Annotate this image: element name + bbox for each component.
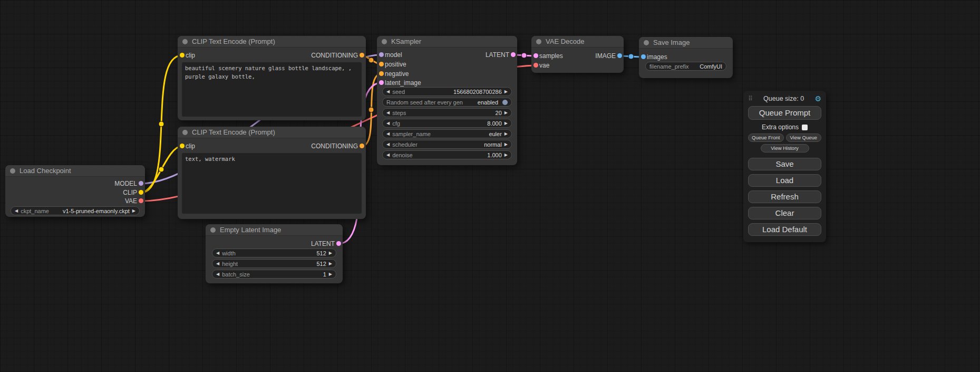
increment-arrow-icon[interactable]: ▶ <box>504 121 508 126</box>
collapse-dot[interactable] <box>644 40 649 45</box>
input-socket-vae[interactable] <box>533 63 538 68</box>
load-button[interactable]: Load <box>748 174 821 187</box>
wire-clip-positive <box>141 55 182 193</box>
negative-prompt-textarea[interactable]: text, watermark <box>182 153 362 214</box>
increment-arrow-icon[interactable]: ▶ <box>329 272 332 276</box>
node-ksampler[interactable]: KSampler model positive negative latent_… <box>377 36 517 165</box>
node-save-image[interactable]: Save Image images filename_prefix ComfyU… <box>639 37 733 78</box>
decrement-arrow-icon[interactable]: ◀ <box>216 262 219 266</box>
clear-button[interactable]: Clear <box>748 207 821 220</box>
height-widget[interactable]: ◀ height 512 ▶ <box>212 259 336 268</box>
increment-arrow-icon[interactable]: ▶ <box>504 111 508 115</box>
increment-arrow-icon[interactable]: ▶ <box>504 142 508 147</box>
decrement-arrow-icon[interactable]: ◀ <box>386 90 390 94</box>
seed-widget[interactable]: ◀ seed 156680208700286 ▶ <box>382 87 512 96</box>
output-socket-model[interactable] <box>139 181 143 186</box>
output-socket-latent[interactable] <box>336 241 341 246</box>
output-socket-latent[interactable] <box>511 52 516 57</box>
extra-options-checkbox[interactable] <box>802 125 808 130</box>
node-save-image-titlebar[interactable]: Save Image <box>639 37 733 49</box>
steps-widget[interactable]: ◀ steps 20 ▶ <box>382 108 512 117</box>
increment-arrow-icon[interactable]: ▶ <box>132 209 135 213</box>
increment-arrow-icon[interactable]: ▶ <box>504 90 508 94</box>
widget-label: filename_prefix <box>649 63 689 70</box>
increment-arrow-icon[interactable]: ▶ <box>504 132 508 136</box>
cfg-widget[interactable]: ◀ cfg 8.000 ▶ <box>382 119 512 128</box>
sampler-name-widget[interactable]: ◀ sampler_name euler ▶ <box>382 129 512 138</box>
node-clip-positive-titlebar[interactable]: CLIP Text Encode (Prompt) <box>178 36 366 47</box>
filename-prefix-widget[interactable]: filename_prefix ComfyUI <box>645 62 726 71</box>
node-clip-text-encode-negative[interactable]: CLIP Text Encode (Prompt) clip CONDITION… <box>178 127 366 219</box>
input-socket-samples[interactable] <box>533 53 538 58</box>
input-socket-clip[interactable] <box>180 144 185 148</box>
widget-label: steps <box>392 110 406 116</box>
ckpt-name-widget[interactable]: ◀ ckpt_name v1-5-pruned-emaonly.ckpt ▶ <box>11 206 140 215</box>
toggle-knob-icon[interactable] <box>502 100 508 105</box>
output-socket-conditioning[interactable] <box>360 53 364 58</box>
node-empty-latent-image[interactable]: Empty Latent Image LATENT ◀ width 512 ▶ … <box>206 224 343 283</box>
output-slot-conditioning: CONDITIONING <box>311 142 358 150</box>
output-socket-vae[interactable] <box>139 198 143 203</box>
output-socket-clip[interactable] <box>139 190 143 195</box>
decrement-arrow-icon[interactable]: ◀ <box>386 132 390 136</box>
settings-gear-icon[interactable]: ⚙ <box>814 94 821 103</box>
collapse-dot[interactable] <box>382 39 387 44</box>
wire-clip-negative <box>141 146 182 193</box>
view-queue-button[interactable]: View Queue <box>786 133 822 142</box>
node-load-checkpoint-titlebar[interactable]: Load Checkpoint <box>5 165 145 177</box>
collapse-dot[interactable] <box>182 130 188 135</box>
node-empty-latent-titlebar[interactable]: Empty Latent Image <box>206 224 343 236</box>
decrement-arrow-icon[interactable]: ◀ <box>216 251 219 255</box>
widget-value: 156680208700286 <box>453 89 502 95</box>
decrement-arrow-icon[interactable]: ◀ <box>386 142 390 147</box>
node-vae-decode-titlebar[interactable]: VAE Decode <box>531 36 624 47</box>
input-socket-negative[interactable] <box>379 71 384 76</box>
denoise-widget[interactable]: ◀ denoise 1.000 ▶ <box>382 150 512 159</box>
collapse-dot[interactable] <box>10 168 15 174</box>
widget-label: denoise <box>392 152 413 158</box>
node-load-checkpoint[interactable]: Load Checkpoint MODEL CLIP VAE ◀ ckpt_na… <box>5 165 145 217</box>
positive-prompt-textarea[interactable]: beautiful scenery nature glass bottle la… <box>182 62 362 117</box>
graph-canvas[interactable]: Load Checkpoint MODEL CLIP VAE ◀ ckpt_na… <box>0 0 980 372</box>
widget-value: v1-5-pruned-emaonly.ckpt <box>63 208 130 214</box>
input-socket-model[interactable] <box>379 52 384 57</box>
input-socket-clip[interactable] <box>180 53 185 58</box>
node-ksampler-titlebar[interactable]: KSampler <box>377 36 517 47</box>
input-socket-images[interactable] <box>641 54 646 59</box>
decrement-arrow-icon[interactable]: ◀ <box>216 272 219 276</box>
save-button[interactable]: Save <box>748 158 821 170</box>
view-history-button[interactable]: View History <box>761 144 809 152</box>
queue-front-button[interactable]: Queue Front <box>748 133 784 142</box>
increment-arrow-icon[interactable]: ▶ <box>329 251 332 255</box>
drag-handle-icon[interactable]: ⠿ <box>748 95 753 102</box>
output-socket-conditioning[interactable] <box>360 144 364 148</box>
input-slot-vae: vae <box>539 61 549 70</box>
node-vae-decode[interactable]: VAE Decode samples vae IMAGE <box>531 36 624 73</box>
collapse-dot[interactable] <box>536 39 541 44</box>
collapse-dot[interactable] <box>210 227 216 233</box>
slot-label: negative <box>385 70 409 78</box>
increment-arrow-icon[interactable]: ▶ <box>504 153 508 157</box>
scheduler-widget[interactable]: ◀ scheduler normal ▶ <box>382 140 512 149</box>
width-widget[interactable]: ◀ width 512 ▶ <box>212 249 336 257</box>
collapse-dot[interactable] <box>182 39 188 44</box>
input-socket-positive[interactable] <box>379 62 384 66</box>
node-clip-negative-titlebar[interactable]: CLIP Text Encode (Prompt) <box>178 127 366 138</box>
increment-arrow-icon[interactable]: ▶ <box>329 262 332 266</box>
slot-label: LATENT <box>486 51 509 59</box>
load-default-button[interactable]: Load Default <box>748 223 821 236</box>
decrement-arrow-icon[interactable]: ◀ <box>386 121 390 126</box>
slot-label: CONDITIONING <box>311 142 358 150</box>
node-clip-text-encode-positive[interactable]: CLIP Text Encode (Prompt) clip CONDITION… <box>178 36 366 120</box>
input-socket-latent-image[interactable] <box>379 80 384 85</box>
random-seed-toggle-widget[interactable]: Random seed after every gen enabled <box>382 98 512 107</box>
queue-prompt-button[interactable]: Queue Prompt <box>748 106 821 120</box>
output-socket-image[interactable] <box>617 53 622 58</box>
decrement-arrow-icon[interactable]: ◀ <box>386 111 390 115</box>
refresh-button[interactable]: Refresh <box>748 190 821 203</box>
decrement-arrow-icon[interactable]: ◀ <box>386 153 390 157</box>
widget-value: 1.000 <box>487 152 502 158</box>
batch-size-widget[interactable]: ◀ batch_size 1 ▶ <box>212 270 336 279</box>
decrement-arrow-icon[interactable]: ◀ <box>15 209 18 213</box>
widget-label: Random seed after every gen <box>386 99 463 106</box>
